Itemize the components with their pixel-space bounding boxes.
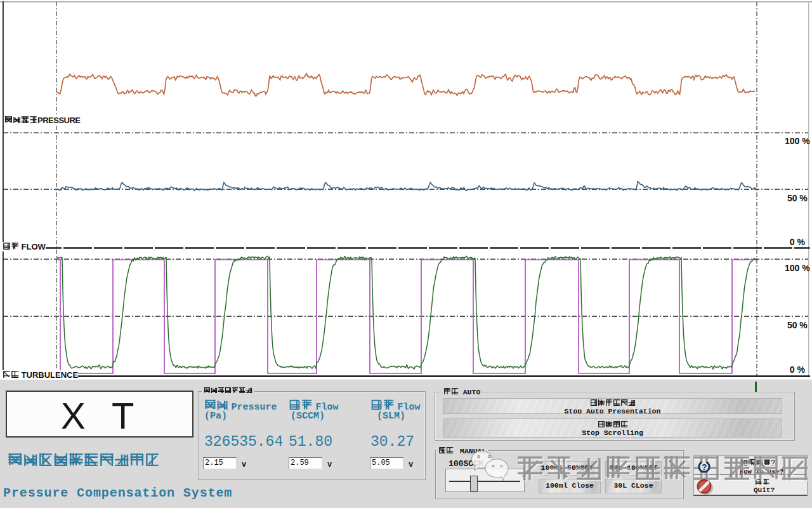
svg-text:?: ? xyxy=(702,462,707,472)
